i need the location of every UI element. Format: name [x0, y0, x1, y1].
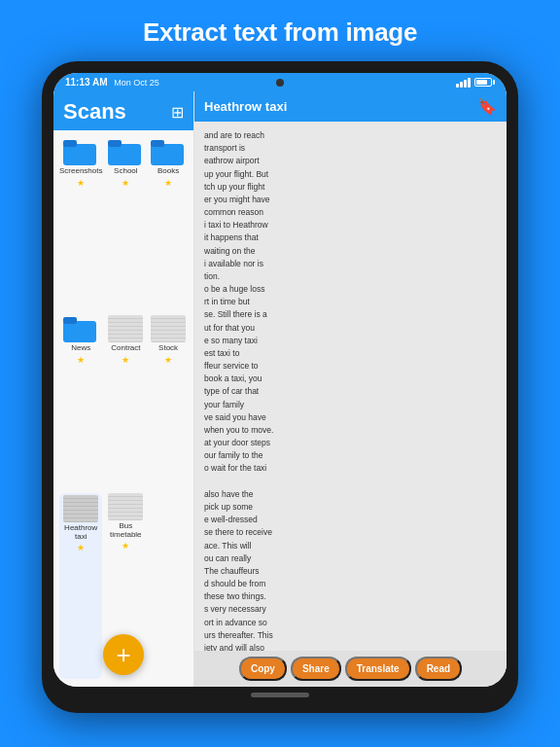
- star-icon: ★: [164, 355, 172, 365]
- device-camera: [276, 79, 284, 87]
- star-icon: ★: [77, 178, 85, 188]
- add-button[interactable]: +: [103, 634, 144, 675]
- star-icon: ★: [122, 178, 129, 188]
- star-icon: ★: [122, 355, 129, 365]
- read-button[interactable]: Read: [415, 657, 462, 681]
- sidebar-title: Scans: [63, 99, 126, 124]
- star-icon: ★: [77, 355, 85, 365]
- star-icon: ★: [77, 543, 85, 552]
- svg-rect-0: [63, 144, 96, 165]
- star-icon: ★: [122, 541, 129, 551]
- svg-rect-2: [108, 144, 141, 165]
- app-body: Scans ⊞ Screenshots ★: [53, 91, 507, 687]
- status-date: Mon Oct 25: [114, 78, 159, 88]
- bottom-action-bar: Copy Share Translate Read: [194, 651, 507, 687]
- folder-item-news[interactable]: News ★: [59, 315, 102, 488]
- main-header-title: Heathrow taxi: [204, 99, 287, 114]
- folder-item-heathrow-taxi[interactable]: Heathrow taxi ★: [59, 493, 102, 679]
- svg-rect-6: [63, 321, 96, 342]
- folder-item-contract[interactable]: Contract ★: [106, 315, 145, 488]
- wifi-icon: [456, 78, 471, 88]
- sidebar-header: Scans ⊞: [53, 91, 193, 130]
- star-icon: ★: [164, 178, 172, 188]
- folder-label: Bus timetable: [106, 522, 145, 540]
- battery-icon: [474, 78, 495, 87]
- share-button[interactable]: Share: [291, 657, 341, 681]
- folder-item-books[interactable]: Books ★: [149, 138, 188, 311]
- folder-label: Contract: [111, 344, 140, 353]
- svg-rect-4: [151, 144, 184, 165]
- device-frame: 11:13 AM Mon Oct 25: [42, 61, 518, 713]
- copy-button[interactable]: Copy: [239, 657, 287, 681]
- folder-label: News: [71, 344, 90, 353]
- sidebar-edit-icon[interactable]: ⊞: [171, 103, 184, 122]
- status-time: 11:13 AM: [65, 77, 108, 88]
- folder-label: School: [114, 167, 137, 176]
- svg-rect-7: [63, 317, 77, 324]
- main-content: Heathrow taxi 🔖 and are to reach transpo…: [194, 91, 507, 687]
- folder-item-stock[interactable]: Stock ★: [149, 315, 188, 488]
- folder-label: Stock: [158, 344, 178, 353]
- folder-item-school[interactable]: School ★: [106, 138, 145, 311]
- svg-rect-1: [63, 140, 77, 147]
- bookmark-icon[interactable]: 🔖: [477, 97, 497, 116]
- device-screen: 11:13 AM Mon Oct 25: [53, 73, 507, 687]
- text-lines: and are to reach transport is eathrow ai…: [204, 129, 497, 651]
- text-content-area: and are to reach transport is eathrow ai…: [194, 122, 507, 651]
- folder-label: Screenshots: [59, 167, 102, 176]
- device-home-bar: [251, 693, 309, 697]
- svg-rect-5: [151, 140, 164, 147]
- svg-rect-3: [108, 140, 122, 147]
- translate-button[interactable]: Translate: [345, 657, 411, 681]
- folder-grid: Screenshots ★ School ★: [53, 130, 193, 687]
- main-header: Heathrow taxi 🔖: [194, 91, 507, 122]
- sidebar: Scans ⊞ Screenshots ★: [53, 91, 194, 687]
- folder-label: Heathrow taxi: [61, 524, 100, 542]
- folder-label: Books: [158, 167, 179, 176]
- folder-item-screenshots[interactable]: Screenshots ★: [59, 138, 102, 311]
- page-title: Extract text from image: [123, 0, 437, 61]
